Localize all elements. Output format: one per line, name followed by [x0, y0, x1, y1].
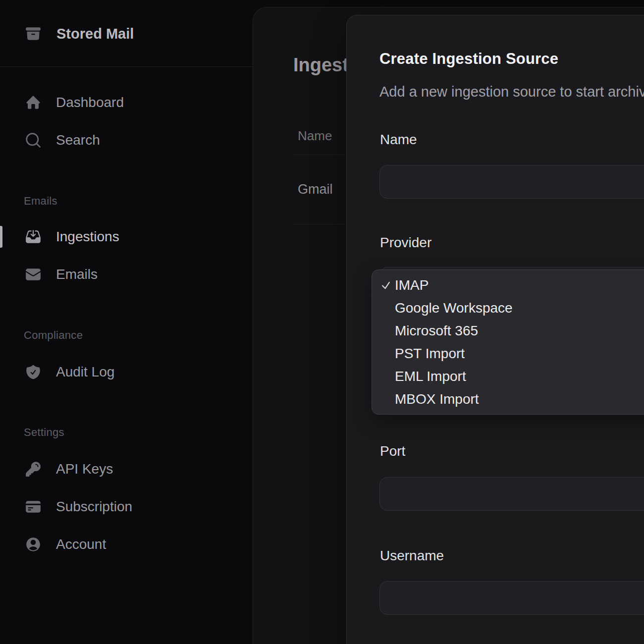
dropdown-option-imap[interactable]: IMAP: [372, 274, 644, 297]
modal-title: Create Ingestion Source: [379, 50, 558, 68]
sidebar: Stored Mail Dashboard Search Emails: [0, 0, 253, 644]
provider-label: Provider: [380, 235, 431, 251]
user-circle-icon: [25, 536, 42, 553]
sidebar-item-label: Search: [56, 132, 100, 148]
sidebar-item-label: Audit Log: [56, 364, 114, 380]
dropdown-option-label: IMAP: [395, 277, 429, 293]
dropdown-option-google-workspace[interactable]: Google Workspace: [372, 297, 644, 320]
key-icon: [25, 461, 42, 478]
username-label: Username: [380, 548, 444, 564]
sidebar-item-account[interactable]: Account: [0, 526, 253, 563]
dropdown-option-pst-import[interactable]: PST Import: [372, 342, 644, 365]
sidebar-item-subscription[interactable]: Subscription: [0, 488, 253, 526]
app-screen: Stored Mail Dashboard Search Emails: [0, 0, 644, 644]
sidebar-item-search[interactable]: Search: [0, 121, 253, 159]
sidebar-item-api-keys[interactable]: API Keys: [0, 450, 253, 488]
table-cell-name: Gmail: [298, 182, 333, 197]
shield-check-icon: [25, 364, 42, 380]
sidebar-item-audit-log[interactable]: Audit Log: [0, 353, 253, 391]
sidebar-item-label: Account: [56, 537, 106, 552]
port-input[interactable]: [379, 477, 644, 511]
sidebar-section-emails: Emails: [24, 195, 222, 208]
search-icon: [25, 132, 42, 149]
app-name: Stored Mail: [56, 26, 134, 42]
sidebar-header: Stored Mail: [0, 0, 253, 67]
dropdown-option-label: Microsoft 365: [395, 323, 478, 339]
sidebar-item-emails[interactable]: Emails: [0, 256, 253, 293]
envelope-icon: [25, 266, 42, 283]
sidebar-item-ingestions[interactable]: Ingestions: [0, 218, 253, 256]
inbox-arrow-down-icon: [25, 228, 42, 245]
sidebar-item-label: Subscription: [56, 499, 132, 515]
home-icon: [25, 94, 42, 111]
table-header-name: Name: [298, 128, 332, 144]
dropdown-option-label: MBOX Import: [395, 391, 479, 407]
sidebar-item-label: Dashboard: [56, 95, 124, 110]
sidebar-item-label: Ingestions: [56, 229, 119, 245]
port-label: Port: [380, 443, 405, 459]
check-icon: [380, 280, 391, 291]
username-input[interactable]: [379, 581, 644, 615]
archive-box-icon: [25, 25, 42, 42]
name-label: Name: [380, 132, 417, 148]
modal-subtitle: Add a new ingestion source to start arch…: [379, 84, 644, 100]
dropdown-option-label: PST Import: [395, 346, 465, 362]
sidebar-section-compliance: Compliance: [24, 329, 222, 342]
dropdown-option-eml-import[interactable]: EML Import: [372, 365, 644, 388]
provider-dropdown: IMAP Google Workspace Microsoft 365 PST …: [372, 269, 644, 415]
name-input[interactable]: [379, 165, 644, 199]
sidebar-section-settings: Settings: [24, 426, 222, 439]
sidebar-item-label: API Keys: [56, 461, 113, 477]
sidebar-item-dashboard[interactable]: Dashboard: [0, 84, 253, 121]
app-logo[interactable]: Stored Mail: [25, 20, 134, 48]
sidebar-item-label: Emails: [56, 267, 98, 282]
dropdown-option-microsoft-365[interactable]: Microsoft 365: [372, 320, 644, 342]
dropdown-option-label: EML Import: [395, 369, 466, 384]
credit-card-icon: [25, 498, 42, 515]
dropdown-option-label: Google Workspace: [395, 300, 513, 316]
dropdown-option-mbox-import[interactable]: MBOX Import: [372, 388, 644, 411]
